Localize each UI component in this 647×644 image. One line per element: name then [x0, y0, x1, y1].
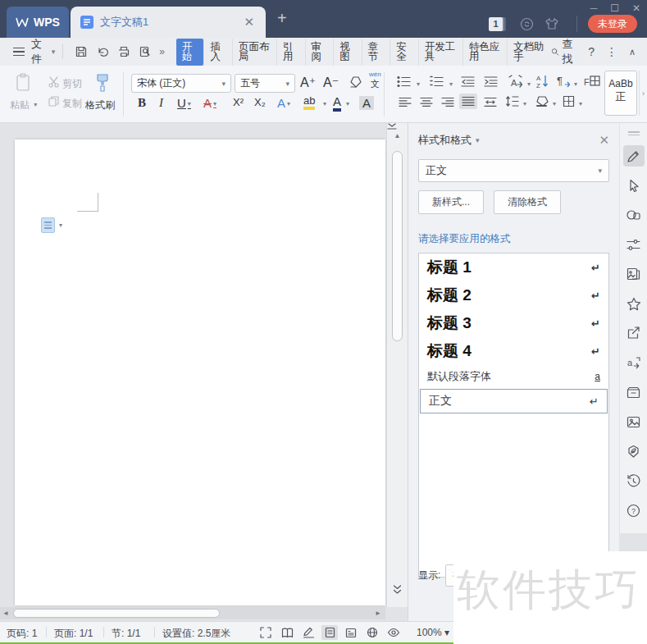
strikethrough-button[interactable]: A▾	[203, 97, 216, 109]
vertical-scrollbar[interactable]: ▲	[386, 123, 408, 607]
find-button[interactable]: 查找	[551, 37, 576, 66]
open-docs-badge[interactable]: 1	[489, 17, 503, 31]
font-name-combo[interactable]: 宋体 (正文)▾	[131, 74, 231, 93]
tab-dev-tools[interactable]: 开发工具	[418, 39, 462, 66]
shading-dropdown-icon[interactable]: ▾	[553, 100, 556, 107]
borders-button[interactable]	[563, 95, 575, 107]
style-item-heading2[interactable]: 标题 2 ↵	[419, 281, 608, 309]
font-color-dropdown-icon[interactable]: ▾	[346, 100, 349, 107]
text-effects-button[interactable]: A▾	[277, 97, 290, 109]
highlight-dropdown-icon[interactable]: ▾	[323, 100, 326, 107]
tab-security[interactable]: 安全	[390, 39, 418, 66]
numbering-button[interactable]	[430, 75, 444, 88]
clear-format-button[interactable]	[348, 75, 362, 89]
paste-options-button[interactable]: ▾	[41, 217, 62, 233]
tab-page-layout[interactable]: 页面布局	[232, 39, 276, 66]
show-marks-dropdown-icon[interactable]: ▾	[574, 80, 577, 88]
skin-icon[interactable]	[544, 17, 559, 30]
style-item-heading1[interactable]: 标题 1 ↵	[419, 253, 608, 281]
fullscreen-view-button[interactable]	[257, 625, 274, 640]
zoom-level[interactable]: 100% ▾	[417, 627, 449, 638]
hamburger-icon[interactable]	[13, 48, 25, 57]
current-style-combo[interactable]: 正文 ▾	[418, 159, 609, 182]
line-spacing-button[interactable]	[505, 95, 519, 107]
text-direction-dropdown-icon[interactable]: ▾	[527, 80, 531, 88]
style-item-default-font[interactable]: 默认段落字体 a	[419, 365, 608, 387]
wps-home-tab[interactable]: WPS	[7, 7, 69, 38]
char-shading-button[interactable]: A	[359, 96, 374, 110]
help-icon[interactable]: ?	[588, 45, 595, 58]
borders-dropdown-icon[interactable]: ▾	[579, 100, 582, 107]
help-tool-button[interactable]: ?	[623, 500, 645, 521]
shapes-tool-button[interactable]	[623, 204, 645, 226]
align-left-button[interactable]	[399, 97, 412, 107]
cut-label[interactable]: 剪切	[62, 77, 82, 91]
superscript-button[interactable]: X²	[233, 97, 244, 107]
text-direction-button[interactable]: A	[507, 74, 523, 89]
bold-button[interactable]: B	[138, 97, 146, 109]
tab-close-icon[interactable]: ✕	[242, 15, 256, 30]
line-spacing-dropdown-icon[interactable]: ▾	[523, 100, 526, 107]
tab-review[interactable]: 审阅	[305, 39, 334, 66]
bullets-dropdown-icon[interactable]: ▾	[417, 80, 420, 88]
justify-button[interactable]	[459, 94, 477, 109]
minimize-button[interactable]: ─	[590, 2, 598, 14]
favorites-tool-button[interactable]	[623, 293, 645, 314]
font-color-button[interactable]: A	[333, 95, 341, 112]
tab-references[interactable]: 引用	[276, 39, 305, 66]
document-page[interactable]	[15, 139, 385, 605]
tab-special-features[interactable]: 特色应用	[462, 39, 507, 66]
font-size-combo[interactable]: 五号▾	[235, 74, 295, 93]
clear-format-button[interactable]: 清除格式	[494, 190, 561, 214]
paste-button[interactable]	[13, 72, 34, 94]
share-tool-button[interactable]	[623, 322, 645, 344]
scroll-left-icon[interactable]: ◄	[0, 610, 11, 617]
numbering-dropdown-icon[interactable]: ▾	[449, 80, 453, 88]
format-painter-button[interactable]	[93, 72, 112, 94]
vertical-scrollbar-thumb[interactable]	[392, 151, 403, 341]
translate-tool-button[interactable]: a	[623, 352, 645, 373]
undo-button[interactable]	[92, 43, 113, 61]
copy-button[interactable]	[48, 95, 60, 107]
page-view-button[interactable]	[321, 625, 338, 640]
format-painter-label[interactable]: 格式刷	[85, 98, 115, 112]
tab-view[interactable]: 视图	[333, 39, 362, 66]
login-button[interactable]: 未登录	[588, 15, 637, 33]
show-marks-button[interactable]: ¶	[556, 74, 571, 89]
italic-button[interactable]: I	[159, 97, 163, 109]
increase-indent-button[interactable]	[484, 75, 498, 88]
text-tool-button[interactable]: F	[584, 74, 600, 89]
document-tab[interactable]: 文字文稿1 ✕	[71, 7, 266, 38]
tab-home[interactable]: 开始	[176, 39, 204, 66]
distribute-button[interactable]	[484, 97, 497, 107]
resources-tool-button[interactable]	[623, 381, 645, 403]
style-item-heading4[interactable]: 标题 4 ↵	[419, 337, 608, 365]
copy-label[interactable]: 复制	[62, 97, 82, 111]
bullets-button[interactable]	[397, 75, 412, 88]
pinyin-guide-button[interactable]: wén 文	[369, 71, 381, 90]
style-item-body-selected[interactable]: 正文 ↵	[420, 389, 608, 413]
sort-button[interactable]: AZ	[536, 74, 549, 89]
grow-font-button[interactable]: A⁺	[300, 76, 316, 89]
paste-label[interactable]: 粘贴 ▾	[10, 98, 37, 112]
panel-drag-handle[interactable]	[628, 130, 640, 137]
align-center-button[interactable]	[420, 97, 433, 107]
underline-button[interactable]: U▾	[177, 97, 191, 109]
shrink-font-button[interactable]: A⁻	[323, 76, 339, 89]
web-view-button[interactable]	[364, 625, 380, 640]
scroll-right-icon[interactable]: ►	[372, 610, 384, 617]
read-mode-button[interactable]	[279, 625, 295, 640]
scroll-up-icon[interactable]: ▲	[387, 132, 408, 139]
style-gallery-scroll-icon[interactable]: ›	[639, 71, 647, 116]
shading-button[interactable]	[535, 95, 549, 107]
window-close-button[interactable]: ✕	[632, 2, 640, 14]
collapse-ribbon-icon[interactable]: ∧	[629, 47, 636, 57]
tab-section[interactable]: 章节	[362, 39, 390, 66]
decrease-indent-button[interactable]	[461, 75, 475, 88]
horizontal-scrollbar-thumb[interactable]	[13, 609, 220, 618]
more-quick-tools-icon[interactable]: »	[159, 46, 165, 57]
settings-tool-button[interactable]	[623, 234, 645, 255]
new-style-button[interactable]: 新样式...	[418, 190, 484, 214]
print-button[interactable]	[113, 43, 134, 61]
styles-tool-button[interactable]	[623, 145, 645, 167]
